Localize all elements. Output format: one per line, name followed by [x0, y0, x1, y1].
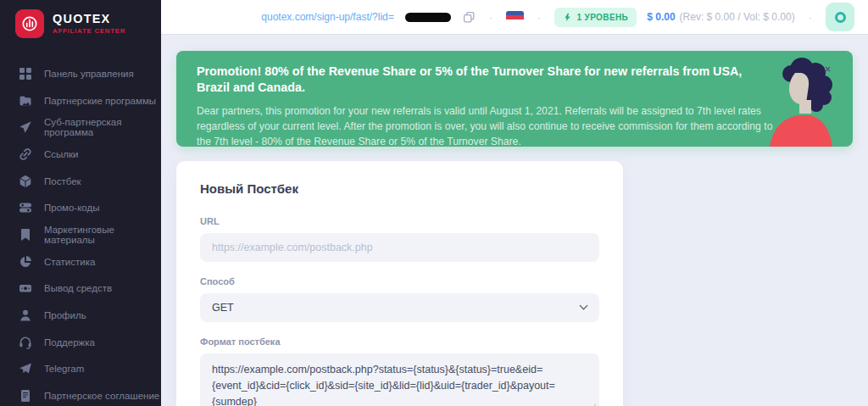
- method-field-group: Способ GET: [200, 276, 599, 322]
- sidebar-item-postback[interactable]: Постбек: [0, 168, 161, 195]
- sidebar-item-support[interactable]: Поддержка: [0, 329, 161, 356]
- sidebar-item-partner-programs[interactable]: Партнерские программы: [0, 87, 161, 114]
- cube-icon: [19, 175, 32, 188]
- sidebar-item-label: Telegram: [44, 364, 84, 374]
- format-label: Формат постбека: [200, 336, 599, 347]
- headset-icon: [19, 336, 32, 349]
- promotion-heading: Promotion! 80% of the Revenue Share or 5…: [197, 64, 766, 97]
- sidebar-menu: Панель управления Партнерские программы …: [0, 60, 161, 406]
- url-input[interactable]: [200, 233, 599, 262]
- sidebar-item-label: Промо-коды: [44, 203, 99, 213]
- sidebar-item-profile[interactable]: Профиль: [0, 302, 161, 329]
- topbar: quotex.com/sign-up/fast/?lid= · · 1 УРОВ…: [161, 0, 868, 34]
- sidebar-item-label: Суб-партнерская программа: [44, 117, 161, 137]
- sidebar-item-label: Ссылки: [44, 149, 79, 159]
- balance-amount: $ 0.00: [647, 11, 675, 23]
- main-content: Promotion! 80% of the Revenue Share or 5…: [161, 34, 868, 406]
- link-icon: [19, 147, 32, 161]
- telegram-icon: [19, 362, 32, 375]
- russia-flag-icon[interactable]: [506, 11, 524, 24]
- format-textarea[interactable]: https://example.com/postback.php?status=…: [200, 353, 599, 406]
- url-field-group: URL: [200, 216, 599, 262]
- sidebar-item-label: Партнерские программы: [44, 96, 156, 106]
- sidebar-item-sub-partner[interactable]: Суб-партнерская программа: [0, 114, 161, 141]
- app-subtitle: AFFILIATE CENTER: [53, 27, 125, 35]
- sidebar-item-marketing[interactable]: Маркетинговые материалы: [0, 221, 161, 248]
- separator-dot: ·: [486, 11, 496, 24]
- sidebar-item-label: Поддержка: [44, 337, 95, 348]
- sidebar-item-telegram[interactable]: Telegram: [0, 356, 161, 383]
- sliders-icon: [19, 201, 32, 214]
- balance: $ 0.00 (Rev: $ 0.00 / Vol: $ 0.00): [647, 11, 794, 23]
- lightning-icon: [563, 13, 572, 22]
- sidebar-item-links[interactable]: Ссылки: [0, 141, 161, 168]
- sidebar-item-promo-codes[interactable]: Промо-коды: [0, 194, 161, 221]
- sidebar-item-label: Постбек: [44, 176, 81, 186]
- method-label: Способ: [200, 276, 599, 286]
- separator-dot: ·: [534, 11, 544, 24]
- folder-icon: [19, 94, 32, 108]
- profile-button[interactable]: [826, 3, 854, 31]
- user-icon: [19, 309, 32, 322]
- method-selected-value: GET: [212, 302, 234, 314]
- banknote-icon: [19, 281, 32, 295]
- send-icon: [19, 120, 32, 134]
- promotion-banner: Promotion! 80% of the Revenue Share or 5…: [176, 51, 853, 147]
- level-badge[interactable]: 1 УРОВЕНЬ: [554, 8, 637, 27]
- separator-dot: ·: [805, 11, 815, 24]
- promotion-body: Dear partners, this promotion for your n…: [197, 103, 782, 147]
- sidebar-item-dashboard[interactable]: Панель управления: [0, 60, 161, 87]
- document-icon: [19, 389, 32, 403]
- chevron-down-icon: [580, 302, 588, 310]
- sidebar-item-label: Вывод средств: [44, 283, 112, 293]
- balance-detail: (Rev: $ 0.00 / Vol: $ 0.00): [680, 11, 795, 23]
- method-select[interactable]: GET: [200, 293, 599, 322]
- sidebar-item-label: Партнерское соглашение: [44, 391, 159, 401]
- dashboard-grid-icon: [19, 67, 32, 81]
- copy-icon[interactable]: [463, 11, 476, 24]
- logo[interactable]: QUOTEX AFFILIATE CENTER: [0, 0, 161, 47]
- sidebar-item-label: Маркетинговые материалы: [44, 225, 161, 245]
- sidebar-item-agreement[interactable]: Партнерское соглашение: [0, 382, 161, 406]
- level-badge-label: 1 УРОВЕНЬ: [576, 13, 628, 22]
- card-title: Новый Постбек: [200, 181, 599, 196]
- sidebar-item-label: Профиль: [44, 310, 86, 320]
- new-postback-card: Новый Постбек URL Способ GET Формат пост…: [176, 161, 623, 406]
- app-name: QUOTEX: [53, 13, 125, 26]
- pie-chart-icon: [19, 255, 32, 269]
- bookmark-icon: [19, 228, 32, 242]
- ring-icon: [835, 12, 846, 23]
- quotex-logo-icon: [15, 9, 44, 38]
- url-label: URL: [200, 216, 599, 226]
- woman-illustration: [753, 51, 853, 147]
- sidebar-item-payouts[interactable]: Вывод средств: [0, 275, 161, 303]
- referral-link[interactable]: quotex.com/sign-up/fast/?lid=: [261, 11, 393, 23]
- sidebar: QUOTEX AFFILIATE CENTER Панель управлени…: [0, 0, 161, 406]
- sidebar-item-label: Панель управления: [44, 69, 134, 79]
- redacted-lid-value: [405, 13, 451, 22]
- sidebar-item-label: Статистика: [44, 257, 95, 267]
- format-field-group: Формат постбека https://example.com/post…: [200, 336, 599, 406]
- sidebar-item-statistics[interactable]: Статистика: [0, 248, 161, 275]
